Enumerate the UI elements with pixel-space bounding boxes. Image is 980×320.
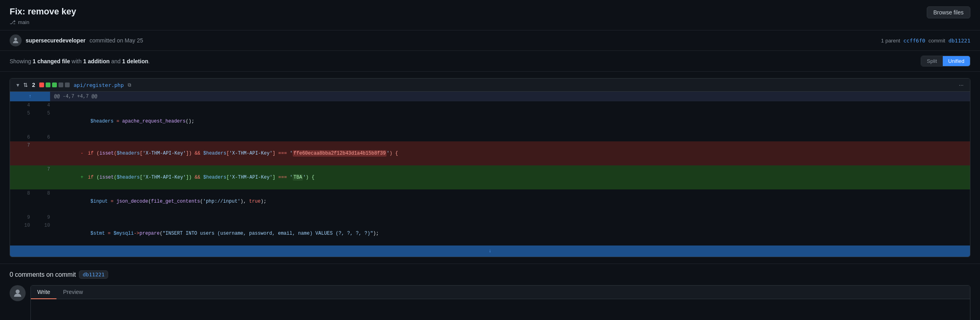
collapse-icon[interactable]: ▾: [16, 82, 19, 88]
table-row: 8 8 $input = json_decode(file_get_conten…: [10, 189, 970, 213]
changed-count: 1 changed file: [33, 58, 70, 64]
deletions-count: 1 deletion: [122, 58, 148, 64]
unified-view-button[interactable]: Unified: [943, 56, 970, 66]
right-line-num: [30, 141, 50, 165]
left-line-num: 6: [10, 133, 30, 141]
right-line-num: 5: [30, 109, 50, 133]
table-row: 9 9: [10, 213, 970, 221]
left-line-num: 7: [10, 141, 30, 165]
author-name[interactable]: supersecuredeveloper: [26, 37, 85, 44]
line-code: [50, 133, 970, 141]
left-line-num: 8: [10, 189, 30, 213]
expand-bottom-row: ↓: [10, 246, 970, 257]
expand-down-icon[interactable]: ↓: [489, 248, 491, 254]
right-line-num: 9: [30, 213, 50, 221]
commit-label: commit: [928, 38, 945, 44]
diff-container: ▾ ⇅ 2 api/register.php ⧉ ··· ↑ @@ -4,7 +…: [10, 78, 970, 257]
left-line-num: 4: [10, 101, 30, 109]
diff-arrows-icon: ⇅: [23, 82, 28, 88]
neutral-stat2: [65, 83, 70, 87]
line-code: [50, 101, 970, 109]
parent-label: 1 parent: [881, 38, 900, 44]
commit-branch: ⎇ main: [10, 19, 76, 25]
comments-commit-badge: db11221: [79, 270, 108, 279]
summary-bar: Showing 1 changed file with 1 addition a…: [0, 51, 980, 72]
diff-table: ↑ @@ -4,7 +4,7 @@ 4 4 5 5 $headers = apa…: [10, 92, 970, 257]
file-header: ▾ ⇅ 2 api/register.php ⧉ ···: [10, 78, 970, 92]
line-code: $input = json_decode(file_get_contents('…: [50, 189, 970, 213]
file-path[interactable]: api/register.php: [74, 82, 124, 88]
left-line-num: [10, 165, 30, 189]
left-line-num: 9: [10, 213, 30, 221]
added-row: 7 + if (isset($headers['X-THM-API-Key'])…: [10, 165, 970, 189]
diff-stats: [39, 83, 70, 87]
right-line-num: 10: [30, 221, 50, 246]
expand-up-icon[interactable]: ↑: [28, 94, 31, 99]
right-line-num: 4: [30, 101, 50, 109]
svg-point-0: [14, 38, 17, 40]
split-view-button[interactable]: Split: [921, 56, 942, 66]
more-options-icon[interactable]: ···: [959, 82, 964, 88]
commit-hash[interactable]: db11221: [948, 38, 970, 44]
del-stat: [39, 83, 44, 87]
parent-hash[interactable]: ccff6f0: [904, 38, 926, 44]
line-code: - if (isset($headers['X-THM-API-Key']) &…: [50, 141, 970, 165]
table-row: 6 6: [10, 133, 970, 141]
neutral-stat: [58, 83, 63, 87]
diff-count: 2: [32, 82, 35, 88]
summary-text: Showing 1 changed file with 1 addition a…: [10, 58, 150, 64]
table-row: 4 4: [10, 101, 970, 109]
comment-editor: Write Preview H B I ❝ <> 🔗 ≡ ⊟ ☑ @ ↗ 📎: [10, 285, 970, 320]
add-stat2: [52, 83, 57, 87]
commit-meta-right: 1 parent ccff6f0 commit db11221: [881, 38, 970, 44]
editor-tabs: Write Preview: [31, 286, 970, 299]
editor-content[interactable]: [31, 299, 970, 320]
commit-title: Fix: remove key: [10, 6, 76, 17]
author-action: committed on May 25: [89, 37, 143, 44]
preview-tab[interactable]: Preview: [56, 286, 89, 299]
right-line-num: 7: [30, 165, 50, 189]
line-code: + if (isset($headers['X-THM-API-Key']) &…: [50, 165, 970, 189]
line-code: $headers = apache_request_headers();: [50, 109, 970, 133]
add-stat: [46, 83, 50, 87]
commit-header: Fix: remove key ⎇ main Browse files: [0, 0, 980, 30]
table-row: 10 10 $stmt = $mysqli->prepare("INSERT I…: [10, 221, 970, 246]
avatar: [10, 34, 22, 46]
view-toggle: Split Unified: [921, 56, 970, 66]
branch-name: main: [18, 19, 29, 25]
right-line-num: 6: [30, 133, 50, 141]
comments-heading: 0 comments on commit db11221: [10, 270, 970, 279]
write-tab[interactable]: Write: [31, 286, 56, 299]
comments-section: 0 comments on commit db11221 Write Previ…: [0, 264, 980, 320]
line-code: $stmt = $mysqli->prepare("INSERT INTO us…: [50, 221, 970, 246]
commit-title-area: Fix: remove key ⎇ main: [10, 6, 76, 25]
editor-avatar: [10, 285, 26, 301]
branch-icon: ⎇: [10, 19, 16, 25]
expand-top-row: ↑ @@ -4,7 +4,7 @@: [10, 92, 970, 101]
copy-icon[interactable]: ⧉: [128, 82, 131, 88]
editor-box: Write Preview H B I ❝ <> 🔗 ≡ ⊟ ☑ @ ↗ 📎: [30, 285, 970, 320]
author-left: supersecuredeveloper committed on May 25: [10, 34, 143, 46]
additions-count: 1 addition: [83, 58, 110, 64]
hunk-header: @@ -4,7 +4,7 @@: [50, 92, 970, 101]
table-row: 5 5 $headers = apache_request_headers();: [10, 109, 970, 133]
browse-files-button[interactable]: Browse files: [927, 6, 970, 18]
left-line-num: 5: [10, 109, 30, 133]
deleted-row: 7 - if (isset($headers['X-THM-API-Key'])…: [10, 141, 970, 165]
svg-point-1: [16, 290, 20, 294]
file-header-left: ▾ ⇅ 2 api/register.php ⧉: [16, 82, 131, 88]
left-line-num: 10: [10, 221, 30, 246]
author-row: supersecuredeveloper committed on May 25…: [0, 30, 980, 51]
comments-count-text: 0 comments on commit: [10, 271, 76, 278]
line-code: [50, 213, 970, 221]
right-line-num: 8: [30, 189, 50, 213]
